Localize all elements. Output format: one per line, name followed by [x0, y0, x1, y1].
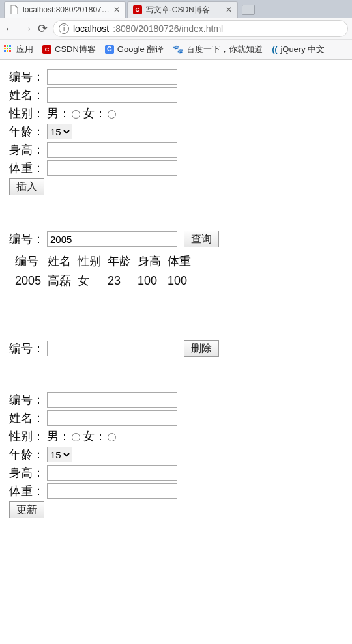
th: 体重: [167, 253, 192, 270]
apps-icon: [4, 45, 13, 54]
url-input[interactable]: i localhost:8080/20180726/index.html: [53, 20, 348, 37]
tab-title: localhost:8080/201807…: [23, 5, 110, 14]
label-gender: 性别：: [9, 105, 47, 121]
jquery-icon: ((: [272, 45, 277, 54]
th: 身高: [137, 253, 162, 270]
new-tab-button[interactable]: [242, 5, 255, 15]
tab-overflow[interactable]: [257, 6, 272, 18]
label-height: 身高：: [9, 142, 47, 158]
tab-csdn[interactable]: C 写文章-CSDN博客 ✕: [127, 1, 238, 18]
address-bar: ← → ⟳ i localhost:8080/20180726/index.ht…: [0, 18, 352, 40]
site-info-icon[interactable]: i: [59, 23, 69, 34]
close-icon[interactable]: ✕: [113, 6, 120, 14]
td: 高磊: [47, 272, 72, 289]
query-button[interactable]: 查询: [184, 231, 219, 247]
delete-button[interactable]: 删除: [184, 340, 219, 357]
close-icon[interactable]: ✕: [226, 6, 232, 14]
bookmark-label: jQuery 中文: [280, 44, 325, 55]
insert-weight-input[interactable]: [47, 160, 177, 176]
bookmarks-bar: 应用 C CSDN博客 G Google 翻译 🐾 百度一下，你就知道 (( j…: [0, 40, 352, 59]
page-icon: [10, 5, 19, 14]
td: 100: [167, 272, 192, 289]
table-row: 2005 高磊 女 23 100 100: [14, 272, 192, 289]
bookmark-csdn[interactable]: C CSDN博客: [42, 44, 96, 55]
update-male-radio[interactable]: [72, 433, 80, 441]
label-weight: 体重：: [9, 483, 47, 499]
url-host: localhost: [73, 23, 109, 34]
delete-id-input[interactable]: [47, 341, 177, 356]
label-id: 编号：: [9, 341, 47, 356]
label-id: 编号：: [9, 392, 47, 408]
update-age-select[interactable]: 15: [47, 447, 72, 462]
label-height: 身高：: [9, 465, 47, 481]
query-form: 编号： 查询 编号 姓名 性别 年龄 身高 体重 2005 高磊 女 23 10…: [9, 231, 343, 292]
url-path: :8080/20180726/index.html: [113, 23, 223, 34]
insert-name-input[interactable]: [47, 87, 177, 103]
label-male: 男：: [47, 105, 70, 121]
table-header-row: 编号 姓名 性别 年龄 身高 体重: [14, 253, 192, 270]
label-name: 姓名：: [9, 410, 47, 426]
insert-male-radio[interactable]: [72, 110, 80, 119]
update-female-radio[interactable]: [108, 433, 116, 441]
csdn-icon: C: [42, 45, 51, 54]
update-id-input[interactable]: [47, 392, 177, 408]
query-result-table: 编号 姓名 性别 年龄 身高 体重 2005 高磊 女 23 100 100: [9, 250, 197, 292]
label-female: 女：: [83, 105, 106, 121]
label-id: 编号：: [9, 231, 47, 247]
bookmark-baidu[interactable]: 🐾 百度一下，你就知道: [173, 44, 263, 55]
insert-female-radio[interactable]: [108, 110, 116, 119]
label-male: 男：: [47, 428, 70, 444]
th: 年龄: [107, 253, 132, 270]
bookmark-jquery[interactable]: (( jQuery 中文: [272, 44, 325, 55]
apps-button[interactable]: 应用: [4, 44, 33, 55]
td: 23: [107, 272, 132, 289]
tab-title: 写文章-CSDN博客: [146, 5, 222, 16]
label-name: 姓名：: [9, 87, 47, 103]
tab-strip: localhost:8080/201807… ✕ C 写文章-CSDN博客 ✕: [0, 0, 352, 18]
insert-button[interactable]: 插入: [9, 178, 44, 195]
insert-height-input[interactable]: [47, 142, 177, 158]
tab-localhost[interactable]: localhost:8080/201807… ✕: [4, 1, 126, 18]
th: 姓名: [47, 253, 72, 270]
csdn-icon: C: [133, 5, 142, 14]
td: 100: [137, 272, 162, 289]
td: 女: [77, 272, 102, 289]
th: 编号: [14, 253, 42, 270]
update-weight-input[interactable]: [47, 483, 177, 499]
baidu-icon: 🐾: [173, 44, 183, 54]
update-height-input[interactable]: [47, 465, 177, 481]
td: 2005: [14, 272, 42, 289]
forward-button: →: [21, 23, 33, 35]
label-weight: 体重：: [9, 160, 47, 176]
th: 性别: [77, 253, 102, 270]
query-id-input[interactable]: [47, 231, 177, 247]
update-name-input[interactable]: [47, 410, 177, 426]
bookmark-google[interactable]: G Google 翻译: [105, 44, 164, 55]
back-button[interactable]: ←: [4, 23, 16, 35]
label-age: 年龄：: [9, 447, 47, 462]
page-body: 编号： 姓名： 性别： 男： 女： 年龄： 15 身高： 体重： 插入 编号： …: [0, 60, 352, 527]
update-form: 编号： 姓名： 性别： 男： 女： 年龄： 15 身高： 体重： 更新: [9, 392, 343, 518]
label-gender: 性别：: [9, 428, 47, 444]
update-button[interactable]: 更新: [9, 501, 44, 518]
bookmark-label: CSDN博客: [55, 44, 96, 55]
delete-form: 编号： 删除: [9, 340, 343, 357]
insert-form: 编号： 姓名： 性别： 男： 女： 年龄： 15 身高： 体重： 插入: [9, 69, 343, 195]
browser-chrome: localhost:8080/201807… ✕ C 写文章-CSDN博客 ✕ …: [0, 0, 352, 60]
bookmark-label: Google 翻译: [117, 44, 164, 55]
reload-button[interactable]: ⟳: [38, 23, 48, 35]
label-id: 编号：: [9, 69, 47, 85]
label-age: 年龄：: [9, 124, 47, 139]
insert-age-select[interactable]: 15: [47, 124, 72, 139]
insert-id-input[interactable]: [47, 69, 177, 85]
bookmark-label: 百度一下，你就知道: [186, 44, 263, 55]
google-icon: G: [105, 45, 114, 54]
label-female: 女：: [83, 428, 106, 444]
bookmark-label: 应用: [16, 44, 33, 55]
